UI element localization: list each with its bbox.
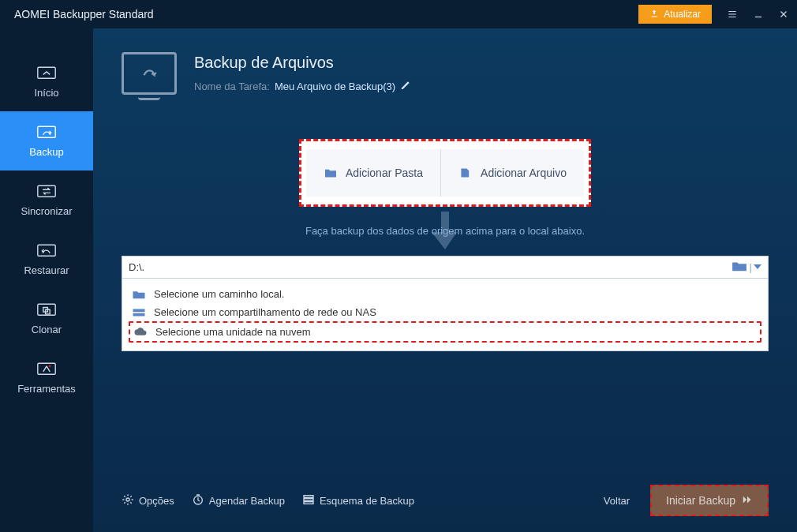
sidebar-item-home[interactable]: Início (0, 52, 93, 111)
destination-head: D:\. | (122, 257, 768, 279)
dest-option-label: Selecione um compartilhamento de rede ou… (154, 306, 376, 318)
minimize-icon[interactable] (753, 9, 764, 20)
svg-rect-0 (38, 67, 55, 78)
dest-option-local[interactable]: Selecione um caminho local. (129, 285, 761, 303)
upload-icon (649, 9, 659, 21)
source-area: Adicionar Pasta Adicionar Arquivo Faça b… (122, 139, 769, 463)
scheme-label: Esquema de Backup (320, 495, 414, 507)
svg-rect-7 (38, 363, 55, 374)
task-name[interactable]: Meu Arquivo de Backup(3) (275, 81, 395, 92)
sidebar-item-label: Ferramentas (17, 383, 76, 395)
svg-rect-2 (38, 185, 55, 197)
gear-icon (122, 493, 134, 508)
back-label: Voltar (604, 495, 630, 507)
svg-rect-13 (304, 495, 313, 497)
dest-option-label: Selecione uma unidade na nuvem (155, 326, 311, 338)
scheme-link[interactable]: Esquema de Backup (302, 493, 414, 508)
window-controls (726, 9, 789, 20)
svg-rect-9 (133, 309, 145, 312)
clock-icon (192, 493, 204, 508)
destination-panel: D:\. | Selecione um caminho local. Selec… (122, 256, 769, 351)
close-icon[interactable] (778, 9, 789, 20)
destination-list: Selecione um caminho local. Selecione um… (122, 279, 768, 350)
app-title: AOMEI Backupper Standard (14, 8, 638, 21)
file-backup-icon (122, 52, 177, 95)
add-source-box: Adicionar Pasta Adicionar Arquivo (299, 139, 591, 207)
sidebar-item-tools[interactable]: Ferramentas (0, 348, 93, 407)
add-file-button[interactable]: Adicionar Arquivo (440, 149, 584, 197)
sidebar: Início Backup Sincronizar Restaurar Clon… (0, 28, 93, 532)
svg-rect-15 (304, 501, 313, 504)
dest-option-nas[interactable]: Selecione um compartilhamento de rede ou… (129, 303, 761, 321)
sidebar-item-restore[interactable]: Restaurar (0, 230, 93, 289)
sidebar-item-clone[interactable]: Clonar (0, 289, 93, 348)
browse-icon[interactable] (731, 260, 748, 275)
dest-option-label: Selecione um caminho local. (154, 288, 284, 300)
start-label: Iniciar Backup (666, 494, 735, 507)
schedule-label: Agendar Backup (209, 495, 285, 507)
scheme-icon (302, 493, 315, 508)
schedule-link[interactable]: Agendar Backup (192, 493, 285, 508)
menu-icon[interactable] (726, 9, 739, 20)
upgrade-label: Atualizar (664, 9, 701, 20)
edit-icon[interactable] (400, 80, 411, 93)
destination-path[interactable]: D:\. (129, 261, 144, 273)
start-backup-button[interactable]: Iniciar Backup (650, 485, 769, 516)
page-header: Backup de Arquivos Nome da Tarefa: Meu A… (122, 52, 769, 95)
add-file-label: Adicionar Arquivo (481, 167, 567, 179)
page-title: Backup de Arquivos (194, 54, 411, 72)
titlebar: AOMEI Backupper Standard Atualizar (0, 0, 797, 28)
task-label: Nome da Tarefa: (194, 81, 270, 92)
sidebar-item-label: Início (34, 87, 58, 99)
svg-rect-14 (304, 498, 313, 500)
add-folder-label: Adicionar Pasta (346, 167, 423, 179)
footer: Opções Agendar Backup Esquema de Backup … (122, 463, 769, 516)
sidebar-item-backup[interactable]: Backup (0, 111, 93, 170)
source-hint: Faça backup dos dados de origem acima pa… (305, 225, 585, 237)
svg-rect-10 (133, 313, 145, 316)
main-panel: Backup de Arquivos Nome da Tarefa: Meu A… (93, 28, 797, 532)
sidebar-item-label: Backup (29, 146, 63, 158)
browse-dropdown-icon[interactable] (754, 261, 761, 273)
options-link[interactable]: Opções (122, 493, 174, 508)
sidebar-item-label: Restaurar (24, 264, 69, 276)
sidebar-item-label: Clonar (32, 324, 62, 335)
sidebar-item-sync[interactable]: Sincronizar (0, 170, 93, 230)
options-label: Opções (139, 495, 174, 507)
svg-point-8 (49, 365, 51, 367)
chevron-right-icon (742, 494, 753, 507)
svg-point-11 (126, 498, 129, 501)
dest-option-cloud[interactable]: Selecione uma unidade na nuvem (129, 321, 761, 343)
sidebar-item-label: Sincronizar (21, 205, 72, 217)
header-text: Backup de Arquivos Nome da Tarefa: Meu A… (194, 54, 411, 93)
back-link[interactable]: Voltar (604, 495, 630, 507)
add-folder-button[interactable]: Adicionar Pasta (306, 149, 440, 197)
upgrade-button[interactable]: Atualizar (638, 5, 712, 24)
